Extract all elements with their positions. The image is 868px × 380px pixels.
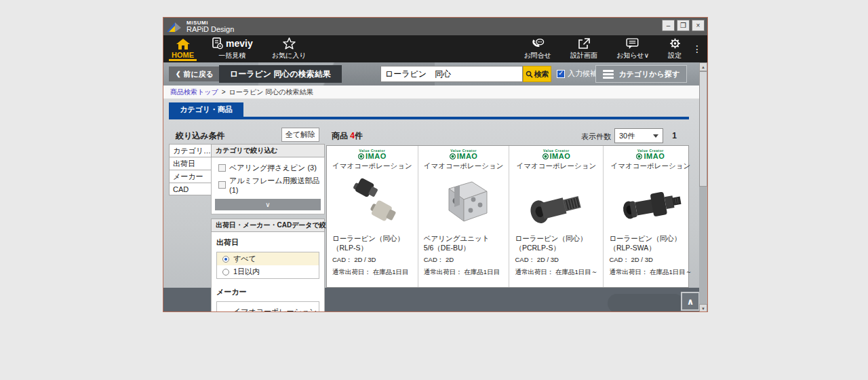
suggest-checkbox-checked-icon[interactable] xyxy=(557,70,565,78)
side-tab-cad[interactable]: CAD xyxy=(169,183,212,195)
product-image xyxy=(615,171,686,233)
product-ship-date: 通常出荷日： 在庫品1日目～ xyxy=(515,268,597,277)
breadcrumb-current: ローラピン 同心の検索結果 xyxy=(229,88,313,97)
product-card[interactable]: Value Creator IMAO イマオコーポレーション xyxy=(327,146,418,287)
category-option-label: ベアリング押さえピン (3) xyxy=(229,163,317,173)
close-button[interactable]: × xyxy=(692,20,705,31)
per-page-label: 表示件数 xyxy=(581,132,611,142)
secondary-filter-body: 出荷日 すべて 1日以内 メーカー イマオコーポレーション (4) xyxy=(211,232,325,312)
chevron-down-icon: ∨ xyxy=(265,201,270,208)
maker-name: イマオコーポレーション xyxy=(424,162,504,171)
search-icon xyxy=(526,71,533,78)
feedback-pill[interactable] xyxy=(608,294,684,312)
nav-meviy-label: meviy xyxy=(226,38,253,49)
side-tab-category[interactable]: カテゴリ… xyxy=(169,144,212,157)
product-image xyxy=(521,171,591,233)
category-option[interactable]: ベアリング押さえピン (3) xyxy=(212,162,324,174)
search-button[interactable]: 検索 xyxy=(523,66,551,82)
misumi-logo-icon xyxy=(166,20,184,33)
ship-option-label: 1日以内 xyxy=(233,267,260,277)
contact-phone-icon xyxy=(531,38,545,50)
titlebar: MiSUMi RAPiD Design – ❐ × xyxy=(163,18,707,35)
notice-bubble-icon xyxy=(626,38,639,50)
maker-name: イマオコーポレーション xyxy=(610,162,690,171)
meviy-quote-icon xyxy=(212,37,224,50)
scrollbar-thumb[interactable] xyxy=(699,71,707,187)
app-window: MiSUMi RAPiD Design – ❐ × HOME xyxy=(163,17,708,312)
checkbox-unchecked-icon[interactable] xyxy=(218,164,226,172)
category-option-label: アルミフレーム用搬送部品 (1) xyxy=(229,176,324,194)
product-cad: CAD： 2D / 3D xyxy=(515,256,558,265)
window-controls: – ❐ × xyxy=(662,20,705,31)
nav-notice[interactable]: お知らせ∨ xyxy=(607,35,658,62)
star-icon xyxy=(283,37,296,50)
radio-unselected-icon[interactable] xyxy=(222,269,229,276)
product-ship-date: 通常出荷日： 在庫品1日目 xyxy=(424,268,500,277)
nav-meviy-sublabel: 一括見積 xyxy=(218,51,245,60)
ship-option-all[interactable]: すべて xyxy=(217,252,319,265)
ship-date-label: 出荷日 xyxy=(216,238,319,248)
imao-logo: Value Creator IMAO xyxy=(542,149,571,160)
per-page-select[interactable]: 30件 xyxy=(614,128,663,143)
product-name: ローラーピン（同心） （RLP-SWA） xyxy=(609,233,681,252)
product-cad: CAD： 2D / 3D xyxy=(332,256,376,265)
clear-all-button[interactable]: 全て解除 xyxy=(281,128,319,142)
search-input[interactable] xyxy=(380,66,523,82)
restore-button[interactable]: ❐ xyxy=(677,20,690,31)
browse-category-label: カテゴリから探す xyxy=(618,69,679,79)
maker-name: イマオコーポレーション xyxy=(517,162,597,171)
product-image xyxy=(338,171,406,233)
radio-selected-icon[interactable] xyxy=(222,256,229,263)
product-cad: CAD： 2D xyxy=(424,256,454,265)
browse-category-button[interactable]: カテゴリから探す xyxy=(595,65,687,83)
product-image xyxy=(430,171,498,233)
category-option[interactable]: アルミフレーム用搬送部品 (1) xyxy=(212,174,324,195)
product-card[interactable]: Value Creator IMAO イマオコーポレーション xyxy=(604,146,697,287)
imao-roundel-icon xyxy=(636,153,642,159)
scrollbar-down-arrow-icon[interactable]: ▼ xyxy=(699,304,707,312)
chevron-up-icon: ∧ xyxy=(687,297,694,307)
nav-contact[interactable]: お問合せ xyxy=(515,35,561,62)
scroll-to-top-button[interactable]: ∧ xyxy=(681,292,700,311)
nav-home[interactable]: HOME xyxy=(163,35,202,62)
product-card[interactable]: Value Creator IMAO イマオコーポレーション xyxy=(509,146,604,287)
back-arrow-icon: ❮ xyxy=(176,71,181,77)
back-button[interactable]: ❮ 前に戻る xyxy=(169,66,220,81)
main-navbar: HOME meviy 一括見積 お気に入り xyxy=(163,35,707,62)
brand: MiSUMi RAPiD Design xyxy=(186,20,234,33)
nav-home-label: HOME xyxy=(172,51,194,59)
product-cad: CAD： 2D / 3D xyxy=(609,256,652,265)
tab-category-product[interactable]: カテゴリ・商品 xyxy=(169,102,243,117)
nav-design-screen[interactable]: 設計画面 xyxy=(561,35,607,62)
scrollbar-up-arrow-icon[interactable]: ▲ xyxy=(699,62,707,71)
category-expand-bar[interactable]: ∨ xyxy=(215,199,321,210)
brand-rapid-design: RAPiD Design xyxy=(186,26,234,33)
ship-option-label: すべて xyxy=(233,254,256,264)
nav-settings[interactable]: 設定 xyxy=(658,35,691,62)
product-list-header: 商品 4件 表示件数 30件 1 xyxy=(326,128,689,144)
product-card[interactable]: Value Creator IMAO イマオコーポレーション xyxy=(418,146,510,287)
maker-option[interactable]: イマオコーポレーション (4) xyxy=(217,305,319,312)
maker-label: メーカー xyxy=(216,287,319,297)
side-tab-maker[interactable]: メーカー xyxy=(169,170,212,183)
page-number: 1 xyxy=(672,131,677,140)
minimize-button[interactable]: – xyxy=(662,20,675,31)
category-filter-header: カテゴリで絞り込む xyxy=(211,144,325,157)
ship-option-1day[interactable]: 1日以内 xyxy=(217,265,319,278)
nav-meviy[interactable]: meviy 一括見積 xyxy=(202,35,262,62)
checkbox-unchecked-icon[interactable] xyxy=(218,181,226,189)
maker-options: イマオコーポレーション (4) xyxy=(216,301,319,312)
more-menu-kebab-icon[interactable]: ⋮ xyxy=(691,35,707,62)
gear-icon xyxy=(669,37,682,50)
search-button-label: 検索 xyxy=(534,69,549,79)
side-tab-ship-date[interactable]: 出荷日 xyxy=(169,157,212,170)
imao-logo: Value Creator IMAO xyxy=(358,149,387,160)
product-name: ローラーピン（同心） （RLP-S） xyxy=(332,233,404,252)
nav-favorites-label: お気に入り xyxy=(272,51,307,60)
breadcrumb-link-search-top[interactable]: 商品検索トップ xyxy=(170,88,218,97)
content-area: カテゴリ・商品 絞り込み条件 全て解除 カテゴリ… 出荷日 メーカー CAD カ… xyxy=(163,99,699,312)
nav-favorites[interactable]: お気に入り xyxy=(262,35,316,62)
search-results-title: ローラピン 同心の検索結果 xyxy=(219,65,342,83)
vertical-scrollbar[interactable]: ▲ ▼ xyxy=(699,62,707,312)
product-name: ローラーピン（同心） （PCRLP-S） xyxy=(515,233,587,252)
